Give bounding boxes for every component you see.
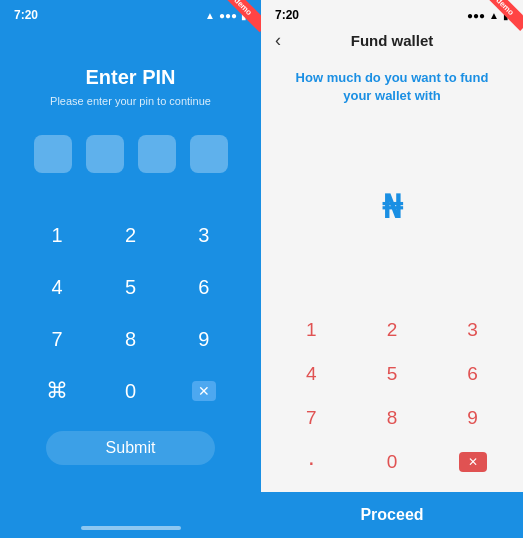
key-5[interactable]: 5 [94, 261, 167, 313]
left-time: 7:20 [14, 8, 38, 22]
right-status-bar: 7:20 ●●● ▲ ▮ [261, 0, 523, 26]
right-key-dot[interactable]: · [271, 440, 352, 484]
pin-title: Enter PIN [85, 66, 175, 89]
pin-dots [34, 135, 228, 173]
key-1[interactable]: 1 [21, 209, 94, 261]
right-time: 7:20 [275, 8, 299, 22]
left-keypad: 1 2 3 4 5 6 7 8 9 ⌘ 0 ✕ [21, 209, 241, 417]
key-4[interactable]: 4 [21, 261, 94, 313]
delete-icon-left: ✕ [198, 383, 210, 399]
submit-button[interactable]: Submit [46, 431, 216, 465]
right-key-2[interactable]: 2 [352, 308, 433, 352]
right-key-9[interactable]: 9 [432, 396, 513, 440]
key-fingerprint[interactable]: ⌘ [21, 365, 94, 417]
right-header: ‹ Fund wallet [261, 26, 523, 55]
right-key-delete[interactable]: ✕ [432, 440, 513, 484]
right-key-6[interactable]: 6 [432, 352, 513, 396]
pin-dot-2 [86, 135, 124, 173]
page-title: Fund wallet [351, 32, 434, 49]
proceed-button[interactable]: Proceed [261, 492, 523, 538]
pin-dot-4 [190, 135, 228, 173]
right-key-7[interactable]: 7 [271, 396, 352, 440]
right-key-0[interactable]: 0 [352, 440, 433, 484]
left-home-indicator [81, 526, 181, 530]
key-2[interactable]: 2 [94, 209, 167, 261]
pin-dot-1 [34, 135, 72, 173]
wifi-icon: ▲ [205, 10, 215, 21]
right-key-3[interactable]: 3 [432, 308, 513, 352]
pin-subtitle: Please enter your pin to continue [50, 95, 211, 107]
left-status-bar: 7:20 ▲ ●●● ▮ [0, 0, 261, 26]
right-key-8[interactable]: 8 [352, 396, 433, 440]
amount-display: ₦ [261, 105, 523, 308]
back-button[interactable]: ‹ [275, 30, 281, 51]
fingerprint-icon: ⌘ [46, 378, 68, 404]
right-key-1[interactable]: 1 [271, 308, 352, 352]
right-wifi-icon: ▲ [489, 10, 499, 21]
delete-button-right[interactable]: ✕ [459, 452, 487, 472]
key-9[interactable]: 9 [167, 313, 240, 365]
naira-symbol: ₦ [382, 188, 402, 226]
delete-icon-right: ✕ [468, 455, 478, 469]
signal-icon: ●●● [219, 10, 237, 21]
key-0[interactable]: 0 [94, 365, 167, 417]
pin-dot-3 [138, 135, 176, 173]
key-6[interactable]: 6 [167, 261, 240, 313]
key-delete-left[interactable]: ✕ [167, 365, 240, 417]
right-keypad: 1 2 3 4 5 6 7 8 9 · 0 ✕ [261, 308, 523, 484]
key-7[interactable]: 7 [21, 313, 94, 365]
right-panel: 7:20 ●●● ▲ ▮ demo ‹ Fund wallet How much… [261, 0, 523, 538]
key-8[interactable]: 8 [94, 313, 167, 365]
right-key-4[interactable]: 4 [271, 352, 352, 396]
right-key-5[interactable]: 5 [352, 352, 433, 396]
right-signal-icon: ●●● [467, 10, 485, 21]
key-3[interactable]: 3 [167, 209, 240, 261]
fund-question: How much do you want to fund your wallet… [261, 55, 523, 105]
left-panel: 7:20 ▲ ●●● ▮ demo Enter PIN Please enter… [0, 0, 261, 538]
